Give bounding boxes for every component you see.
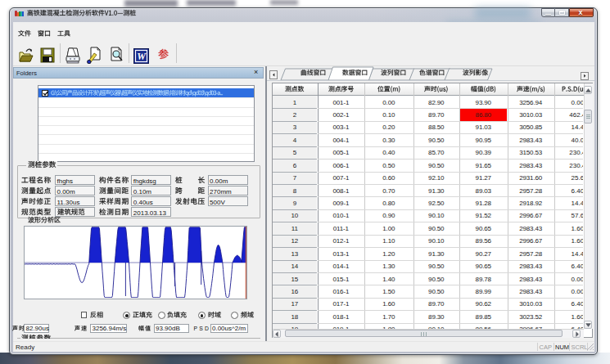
svg-text:W: W [137,51,147,62]
